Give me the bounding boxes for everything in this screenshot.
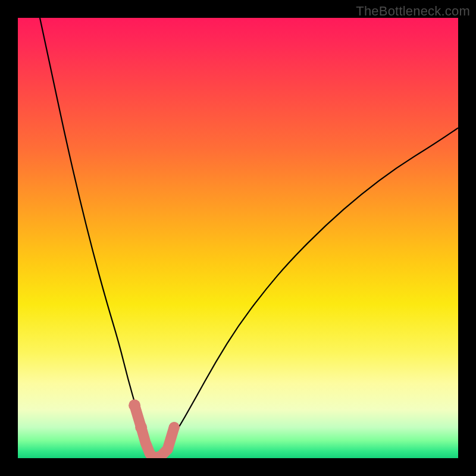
chart-container: TheBottleneck.com [0,0,476,476]
curve-left [40,18,154,458]
valley-dots [129,399,180,455]
curve-right [154,128,458,458]
plot-area [18,18,458,458]
valley-dot [135,421,147,433]
bottleneck-curve [18,18,458,458]
valley-dot [162,444,173,455]
valley-dot [129,399,140,411]
valley-dot [169,422,180,433]
watermark-text: TheBottleneck.com [356,4,470,19]
